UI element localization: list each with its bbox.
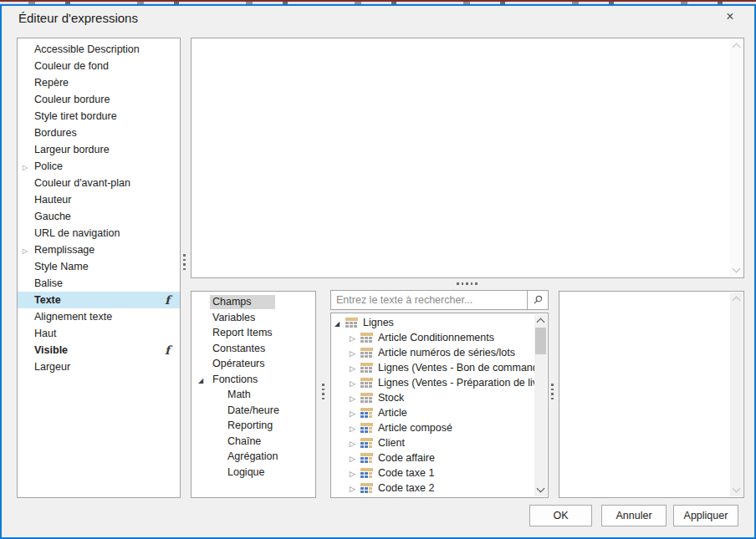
category-item[interactable]: Opérateurs bbox=[192, 356, 315, 372]
field-tree-item[interactable]: Lignes (Ventes - Bon de commande) bbox=[331, 360, 534, 375]
property-item[interactable]: Bordures bbox=[18, 125, 180, 141]
scrollbar-thumb[interactable] bbox=[535, 328, 546, 354]
category-item[interactable]: Agrégation bbox=[192, 449, 315, 465]
field-tree-item[interactable]: Lignes bbox=[331, 315, 534, 330]
category-item[interactable]: Logique bbox=[192, 465, 315, 481]
field-tree-item[interactable]: Code taxe 2 bbox=[331, 481, 534, 496]
editor-scrollbar[interactable] bbox=[730, 39, 743, 277]
property-item[interactable]: Alignement texte bbox=[18, 308, 180, 325]
expander-icon[interactable] bbox=[350, 422, 360, 434]
vertical-splitter-left[interactable] bbox=[183, 254, 186, 272]
property-item[interactable]: URL de navigation bbox=[18, 225, 180, 242]
category-item[interactable]: Constantes bbox=[192, 341, 315, 357]
expression-editor-dialog: Éditeur d'expressions × Accessible Descr… bbox=[0, 0, 756, 539]
category-item[interactable]: Reporting bbox=[192, 418, 315, 434]
property-label: Hauteur bbox=[34, 194, 71, 206]
property-item[interactable]: Style Name bbox=[18, 258, 180, 275]
horizontal-splitter[interactable] bbox=[457, 282, 478, 285]
property-item[interactable]: Gauche bbox=[18, 208, 180, 225]
search-button[interactable] bbox=[527, 290, 549, 310]
field-tree-item[interactable]: Code taxe 1 bbox=[331, 465, 534, 481]
expander-icon[interactable] bbox=[350, 452, 360, 464]
close-icon[interactable]: × bbox=[716, 7, 744, 27]
field-tree-item[interactable]: Client bbox=[331, 435, 534, 450]
property-item[interactable]: Hauteur bbox=[18, 191, 180, 208]
property-item[interactable]: Accessible Description bbox=[18, 41, 180, 58]
field-tree-item[interactable]: Article composé bbox=[331, 420, 534, 435]
expression-editor[interactable] bbox=[191, 38, 744, 278]
ok-button[interactable]: OK bbox=[529, 505, 592, 526]
cancel-button[interactable]: Annuler bbox=[601, 505, 667, 526]
expander-icon[interactable] bbox=[350, 392, 360, 404]
property-item[interactable]: Couleur bordure bbox=[18, 91, 180, 108]
category-label: Agrégation bbox=[227, 450, 278, 462]
expander-icon[interactable] bbox=[350, 332, 360, 343]
field-label: Code taxe 2 bbox=[378, 482, 434, 494]
property-item[interactable]: Style tiret bordure bbox=[18, 108, 180, 125]
property-label: Alignement texte bbox=[34, 311, 112, 323]
search-bar bbox=[330, 290, 549, 310]
field-tree-item[interactable]: Stock bbox=[331, 390, 534, 405]
expander-icon[interactable] bbox=[350, 407, 360, 419]
property-item[interactable]: Couleur d'avant-plan bbox=[18, 175, 180, 191]
description-scrollbar[interactable] bbox=[730, 292, 743, 496]
field-tree-item[interactable]: Article numéros de séries/lots bbox=[331, 345, 534, 360]
expander-icon[interactable] bbox=[350, 467, 360, 479]
vertical-splitter-right[interactable] bbox=[551, 384, 554, 402]
property-item[interactable]: Police bbox=[18, 158, 180, 175]
category-item[interactable]: Variables bbox=[192, 310, 315, 326]
property-item[interactable]: Remplissage bbox=[18, 242, 180, 258]
tree-scrollbar[interactable] bbox=[534, 314, 547, 496]
apply-button[interactable]: Appliquer bbox=[673, 505, 738, 526]
field-tree-item[interactable]: Article bbox=[331, 405, 534, 420]
field-tree-item[interactable]: Article Conditionnements bbox=[331, 330, 534, 345]
category-item[interactable]: Report Items bbox=[192, 325, 315, 341]
fields-tree-panel: Lignes Article Conditionnements Article … bbox=[330, 313, 549, 498]
expander-icon[interactable] bbox=[350, 347, 360, 358]
property-item[interactable]: Visible bbox=[18, 342, 180, 358]
property-label: Balise bbox=[34, 277, 63, 289]
description-panel bbox=[559, 291, 744, 498]
scroll-down-icon[interactable] bbox=[537, 485, 545, 493]
property-item[interactable]: Texte bbox=[18, 292, 180, 308]
scroll-up-icon[interactable] bbox=[733, 297, 741, 305]
expander-icon[interactable] bbox=[198, 372, 203, 389]
property-label: Texte bbox=[34, 294, 61, 306]
expander-icon[interactable] bbox=[335, 317, 345, 328]
expander-icon[interactable] bbox=[350, 482, 360, 494]
category-item[interactable]: Date/heure bbox=[192, 403, 315, 419]
property-item[interactable]: Haut bbox=[18, 325, 180, 342]
expander-icon[interactable] bbox=[350, 437, 360, 449]
category-label: Date/heure bbox=[227, 404, 279, 416]
property-label: Police bbox=[34, 160, 63, 172]
table-icon bbox=[360, 348, 373, 358]
fx-icon bbox=[165, 292, 170, 308]
property-item[interactable]: Repère bbox=[18, 74, 180, 91]
category-item[interactable]: Math bbox=[192, 387, 315, 403]
scroll-down-icon[interactable] bbox=[733, 265, 741, 273]
category-item[interactable]: Champs bbox=[192, 294, 315, 310]
properties-panel: Accessible Description Couleur de fond R… bbox=[17, 38, 181, 498]
field-tree-item[interactable]: Lignes (Ventes - Préparation de livr... bbox=[331, 375, 534, 390]
field-tree-item[interactable]: Code affaire bbox=[331, 450, 534, 465]
vertical-splitter-middle[interactable] bbox=[322, 384, 324, 402]
property-item[interactable]: Balise bbox=[18, 275, 180, 292]
chevron-right-icon[interactable] bbox=[23, 242, 28, 260]
scroll-up-icon[interactable] bbox=[537, 318, 545, 327]
category-item[interactable]: Fonctions bbox=[192, 372, 315, 388]
property-label: Remplissage bbox=[34, 244, 94, 256]
property-item[interactable]: Largeur bordure bbox=[18, 141, 180, 158]
category-item[interactable]: Chaîne bbox=[192, 434, 315, 450]
scroll-down-icon[interactable] bbox=[733, 485, 741, 493]
property-label: Couleur d'avant-plan bbox=[34, 177, 130, 189]
property-label: Largeur bordure bbox=[34, 144, 110, 155]
field-label: Article Conditionnements bbox=[378, 332, 494, 343]
expander-icon[interactable] bbox=[350, 377, 360, 389]
category-label: Champs bbox=[210, 295, 275, 309]
property-item[interactable]: Couleur de fond bbox=[18, 58, 180, 74]
search-input[interactable] bbox=[330, 290, 528, 310]
chevron-right-icon[interactable] bbox=[23, 158, 28, 176]
scroll-up-icon[interactable] bbox=[733, 43, 741, 52]
property-item[interactable]: Largeur bbox=[18, 358, 180, 375]
expander-icon[interactable] bbox=[350, 362, 360, 374]
